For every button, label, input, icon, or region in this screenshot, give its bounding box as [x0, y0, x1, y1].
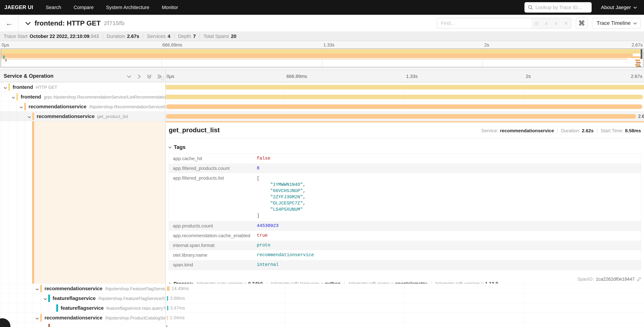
trace-id-input[interactable] — [536, 5, 588, 10]
span-bar[interactable] — [165, 95, 643, 99]
trace-view-selector[interactable]: Trace Timeline — [592, 18, 641, 28]
minimap-span-strip — [632, 56, 642, 58]
chevron-down-icon[interactable] — [36, 287, 38, 290]
span-operation-name: /hipstershop.FeatureFlagService... — [105, 286, 165, 291]
collapse-all-icon[interactable] — [146, 74, 152, 80]
tags-section-toggle[interactable]: Tags — [169, 144, 641, 150]
search-icon — [528, 4, 533, 10]
collapse-trace-chevron-icon[interactable] — [25, 20, 30, 25]
span-bar[interactable] — [167, 296, 168, 301]
process-items: telemetry.auto.version=0.34b0telemetry.s… — [197, 281, 502, 284]
tag-list-item: "1YMWWN1N4O", — [257, 182, 639, 188]
span-name-cell: featureflagservice/hipstershop.FeatureFl… — [0, 294, 165, 303]
chevron-down-icon[interactable] — [28, 115, 31, 118]
chevron-down-icon[interactable] — [20, 105, 23, 108]
span-row[interactable]: featureflagservicefeatureflagservice.rep… — [0, 303, 644, 313]
trace-title-bar: ← frontend: HTTP GET 2f715fb ◎ ∧ ∨ ✕ ⌘ T… — [0, 15, 644, 32]
next-match-icon[interactable]: ∨ — [554, 20, 558, 26]
chevron-down-icon[interactable] — [4, 86, 7, 89]
span-rows: frontendHTTP GETfrontendgrpc.hipstershop… — [0, 82, 644, 327]
span-duration-label: 1.04ms — [170, 315, 185, 320]
services-value: 4 — [168, 34, 170, 39]
expand-all-icon[interactable] — [156, 74, 162, 80]
span-row[interactable]: recommendationservice/hipstershop.Recomm… — [0, 102, 644, 112]
tag-value: internal — [253, 260, 641, 270]
span-color-bar — [48, 324, 50, 327]
chevron-down-icon — [634, 21, 637, 24]
match-locate-icon[interactable]: ◎ — [534, 20, 538, 26]
expand-collapse-controls — [126, 74, 162, 80]
nav-item-monitor[interactable]: Monitor — [156, 5, 184, 10]
duration-label: Duration: — [561, 128, 580, 134]
span-bar[interactable] — [166, 104, 642, 109]
indent-guide — [25, 313, 25, 322]
span-bar[interactable] — [166, 325, 167, 327]
total-spans-label: Total Spans — [204, 34, 229, 39]
span-row[interactable]: frontendHTTP GET — [0, 82, 644, 92]
minimap-canvas[interactable] — [1, 48, 643, 67]
span-detail-meta: Service: recommendationservice Duration:… — [481, 128, 641, 134]
service-value: recommendationservice — [500, 128, 554, 134]
minimap-drag-handle[interactable] — [641, 49, 642, 59]
indent-guide — [25, 284, 25, 293]
back-button[interactable]: ← — [0, 15, 19, 32]
tag-row: app.filtered_products.list["1YMWWN1N4O",… — [169, 173, 641, 221]
column-divider[interactable] — [165, 70, 166, 327]
collapse-one-icon[interactable] — [126, 74, 132, 80]
indent-guide — [1, 102, 1, 111]
span-service-name: frontendgrpc.hipstershop.RecommendationS… — [21, 94, 165, 100]
jaeger-logo[interactable]: JAEGER UI — [0, 4, 40, 10]
trace-id-lookup[interactable] — [524, 2, 592, 12]
nav-item-system-architecture[interactable]: System Architecture — [100, 5, 156, 10]
shortcuts-button[interactable]: ⌘ — [576, 18, 588, 28]
span-duration-label: 14.49ms — [172, 286, 189, 291]
tag-row: app.cache_hitfalse — [169, 154, 641, 164]
span-row[interactable]: recommendationservice/hipstershop.Featur… — [0, 284, 644, 294]
deep-link-icon[interactable] — [636, 277, 641, 282]
span-row[interactable]: featureflagservice/hipstershop.FeatureFl… — [0, 294, 644, 303]
prev-match-icon[interactable]: ∧ — [544, 20, 548, 26]
span-row[interactable]: recommendationserviceget_product_list2.6… — [0, 112, 644, 121]
clear-find-icon[interactable]: ✕ — [564, 20, 568, 26]
span-row[interactable]: frontendgrpc.hipstershop.RecommendationS… — [0, 92, 644, 102]
span-bar[interactable] — [167, 316, 168, 320]
span-bar[interactable] — [166, 114, 636, 119]
span-service-name: featureflagservicefeatureflagservice.rep… — [60, 305, 165, 311]
span-bar[interactable] — [167, 286, 170, 291]
chevron-down-icon[interactable] — [44, 297, 47, 300]
chevron-down-icon[interactable] — [12, 96, 15, 98]
indent-guide — [25, 112, 25, 121]
indent-guide — [41, 323, 41, 327]
expand-one-icon[interactable] — [136, 74, 142, 80]
minimap-tick: 0μs — [2, 42, 9, 48]
equals-sign: = — [243, 281, 248, 284]
chevron-right-icon[interactable] — [168, 282, 171, 284]
indent-guide — [1, 284, 1, 293]
about-jaeger-menu[interactable]: About Jaeger — [601, 4, 636, 10]
minimap-tick: 666.89ms — [162, 42, 182, 48]
span-detail-row: get_product_list Service: recommendation… — [0, 121, 644, 284]
span-row[interactable]: recommendationservice/hipstershop.Produc… — [0, 313, 644, 323]
indent-guide — [1, 294, 1, 303]
span-timeline-cell — [165, 102, 644, 111]
nav-item-search[interactable]: Search — [40, 5, 68, 10]
indent-guide — [17, 303, 17, 313]
indent-guide — [33, 303, 33, 313]
tag-key: span.kind — [169, 260, 253, 270]
span-timeline-cell — [165, 92, 644, 102]
span-operation-name: HTTP GET — [36, 85, 57, 90]
find-input[interactable] — [437, 18, 531, 28]
depth-value: 7 — [193, 34, 196, 39]
span-row[interactable] — [0, 323, 644, 327]
span-bar[interactable] — [165, 85, 644, 90]
duration-value: 2.62s — [582, 128, 594, 134]
minimap-span-mark — [635, 60, 640, 61]
column-resize-grip[interactable] — [162, 76, 164, 81]
chevron-down-icon[interactable] — [36, 316, 38, 320]
span-service-name: featureflagservice/hipstershop.FeatureFl… — [52, 296, 165, 301]
tag-list-item: "OLJCESPC7Z", — [257, 200, 639, 206]
span-bar[interactable] — [167, 306, 168, 310]
process-label: Process: — [174, 281, 194, 284]
span-service-name: recommendationservice/hipstershop.Featur… — [44, 286, 165, 292]
nav-item-compare[interactable]: Compare — [68, 5, 100, 10]
